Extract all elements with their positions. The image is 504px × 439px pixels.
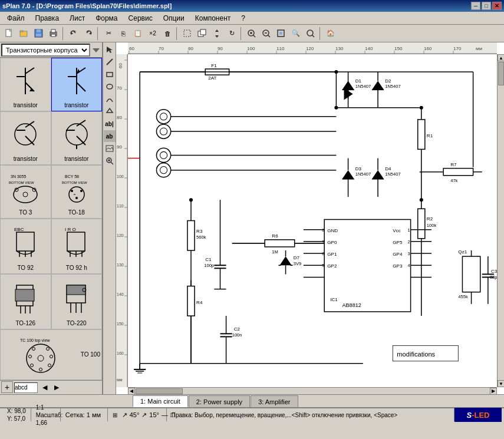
delete-button[interactable]: 🗑 — [160, 27, 174, 41]
svg-text:Vcc: Vcc — [393, 228, 400, 233]
redo-button[interactable] — [81, 27, 95, 41]
next-component-button[interactable]: ▶ — [51, 381, 62, 393]
scroll-left-arrow[interactable]: ◀ — [128, 388, 135, 395]
paste-button[interactable]: 📋 — [131, 27, 145, 41]
undo-button[interactable] — [67, 27, 81, 41]
search-button[interactable]: 🔍 — [289, 27, 303, 41]
svg-point-89 — [38, 355, 44, 361]
pointer-tool[interactable] — [104, 44, 116, 55]
component-item-to18[interactable]: BCY 58 BOTTOM VIEW TO-18 — [51, 165, 103, 219]
svg-text:455k: 455k — [458, 294, 468, 299]
component-item-to92h[interactable]: I R O TO 92 h — [51, 219, 103, 274]
canvas-area[interactable]: 60 70 80 90 100 110 120 130 140 150 — [116, 42, 504, 394]
menu-file[interactable]: Файл — [2, 13, 29, 24]
svg-line-20 — [268, 35, 271, 37]
scroll-thumb-vertical[interactable] — [498, 62, 504, 85]
tab-power-supply[interactable]: 2: Power supply — [189, 395, 250, 407]
menu-edit[interactable]: Правка — [31, 13, 64, 24]
svg-text:60: 60 — [118, 63, 123, 68]
svg-marker-10 — [89, 32, 91, 35]
minimize-button[interactable]: ─ — [471, 2, 480, 10]
scroll-up-arrow[interactable]: ▲ — [498, 54, 504, 61]
svg-rect-92 — [107, 72, 113, 77]
cut-button[interactable]: ✂ — [101, 27, 116, 41]
multi-copy-button[interactable]: ×2 — [146, 27, 160, 41]
scrollbar-vertical[interactable]: ▲ ▼ — [497, 54, 504, 387]
component-item-to3[interactable]: 3N 3055 BOTTOM VIEW TO 3 — [0, 165, 51, 219]
text-tool[interactable]: ab| — [104, 118, 116, 130]
svg-text:1N5407: 1N5407 — [385, 84, 401, 89]
svg-text:GP4: GP4 — [393, 252, 403, 257]
svg-marker-90 — [107, 47, 113, 53]
component-search-input[interactable] — [14, 382, 38, 393]
menu-component[interactable]: Компонент — [190, 13, 236, 24]
scroll-right-arrow[interactable]: ▶ — [490, 388, 497, 395]
save-button[interactable] — [32, 27, 46, 41]
svg-text:GP2: GP2 — [327, 263, 337, 269]
component-item[interactable]: transistor — [0, 111, 51, 165]
toolbar: ✂ ⎘ 📋 ×2 🗑 ↻ 🔍 🏠 — [0, 25, 504, 42]
zoom-in-button[interactable] — [245, 27, 259, 41]
component-item-to220[interactable]: TO-220 — [51, 274, 103, 329]
print-button[interactable] — [47, 27, 61, 41]
component-label: TO-126 — [15, 320, 35, 326]
svg-text:120: 120 — [117, 233, 124, 237]
image-tool[interactable] — [104, 143, 116, 154]
component-grid: transistor transistor — [0, 58, 102, 380]
svg-text:C2: C2 — [234, 326, 241, 332]
fit-button[interactable] — [274, 27, 288, 41]
menu-service[interactable]: Сервис — [124, 13, 157, 24]
zoom-area-button[interactable] — [304, 27, 318, 41]
component-item[interactable]: transistor — [51, 111, 103, 165]
svg-text:60: 60 — [129, 46, 134, 51]
move-button[interactable] — [210, 27, 224, 41]
rotate-button[interactable]: ↻ — [225, 27, 239, 41]
menu-form[interactable]: Форма — [91, 13, 122, 24]
component-item-selected[interactable]: transistor — [51, 58, 103, 111]
menu-options[interactable]: Опции — [159, 13, 189, 24]
open-button[interactable] — [17, 27, 31, 41]
component-label: TO 100 — [81, 351, 100, 358]
schematic-canvas[interactable]: F1 2AT D1 1N5407 — [128, 54, 497, 387]
menu-help[interactable]: ? — [236, 13, 250, 24]
add-component-button[interactable]: + — [1, 381, 13, 393]
svg-rect-219 — [265, 240, 294, 247]
scrollbar-horizontal[interactable]: ◀ ▶ — [128, 387, 497, 394]
copy-button[interactable]: ⎘ — [116, 27, 130, 41]
component-item-to100[interactable]: TC 100 top view TO 100 — [0, 329, 102, 380]
svg-point-84 — [29, 355, 32, 358]
component-item-to92[interactable]: EBC TO 92 — [0, 219, 51, 274]
new-button[interactable] — [2, 27, 17, 41]
rect-tool[interactable] — [104, 68, 116, 80]
svg-text:I R O: I R O — [65, 227, 76, 232]
scroll-thumb-horizontal[interactable] — [136, 388, 183, 394]
component-item[interactable]: transistor — [0, 58, 51, 111]
to18-icon: BCY 58 BOTTOM VIEW — [59, 168, 94, 208]
component-type-dropdown[interactable]: Транзисторные корпуса — [1, 44, 90, 57]
close-button[interactable]: ✕ — [492, 2, 502, 10]
textb-tool[interactable]: ab — [104, 130, 116, 142]
svg-text:100: 100 — [117, 174, 124, 179]
arc-tool[interactable] — [104, 93, 116, 105]
svg-point-304 — [189, 198, 193, 202]
tab-main-circuit[interactable]: 1: Main circuit — [133, 395, 188, 407]
copy2-button[interactable] — [195, 27, 209, 41]
svg-text:100: 100 — [247, 46, 255, 51]
component-label: TO 92 — [17, 265, 34, 271]
zoom-out-button[interactable] — [259, 27, 274, 41]
ellipse-tool[interactable] — [104, 81, 116, 93]
maximize-button[interactable]: □ — [482, 2, 491, 10]
svg-text:4: 4 — [408, 263, 410, 268]
select-all-button[interactable] — [180, 27, 195, 41]
to126-icon — [11, 277, 40, 319]
toolbar-sep-5 — [319, 27, 322, 40]
zoom-tool[interactable] — [104, 155, 116, 167]
home-button[interactable]: 🏠 — [324, 27, 338, 41]
wire-tool[interactable] — [104, 56, 116, 68]
menu-sheet[interactable]: Лист — [65, 13, 90, 24]
scroll-down-arrow[interactable]: ▼ — [498, 380, 504, 387]
polygon-tool[interactable] — [104, 105, 116, 117]
component-item-to126[interactable]: TO-126 — [0, 274, 51, 329]
prev-component-button[interactable]: ◀ — [39, 381, 51, 393]
tab-amplifier[interactable]: 3: Amplifier — [251, 395, 298, 407]
